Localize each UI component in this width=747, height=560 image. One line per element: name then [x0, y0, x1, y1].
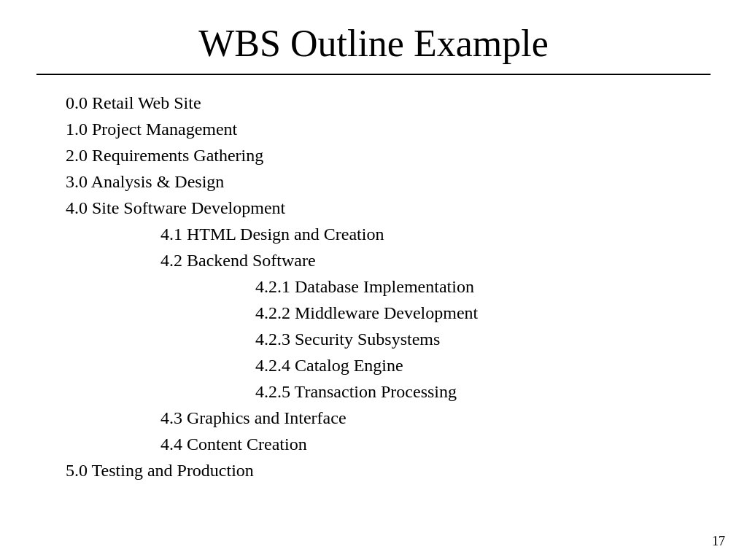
outline-item-3: 3.0 Analysis & Design [66, 168, 696, 195]
slide: WBS Outline Example 0.0 Retail Web Site1… [0, 0, 747, 560]
outline-item-6: 4.2 Backend Software [160, 247, 696, 273]
slide-title: WBS Outline Example [44, 22, 703, 65]
outline-item-10: 4.2.4 Catalog Engine [255, 352, 696, 378]
outline-item-11: 4.2.5 Transaction Processing [255, 378, 696, 405]
outline-item-8: 4.2.2 Middleware Development [255, 300, 696, 326]
outline-item-5: 4.1 HTML Design and Creation [160, 221, 696, 247]
outline-item-13: 4.4 Content Creation [160, 431, 696, 457]
outline-item-14: 5.0 Testing and Production [66, 457, 696, 483]
outline-item-12: 4.3 Graphics and Interface [160, 405, 696, 431]
outline-item-7: 4.2.1 Database Implementation [255, 273, 696, 300]
slide-content: 0.0 Retail Web Site1.0 Project Managemen… [0, 75, 747, 560]
outline-item-0: 0.0 Retail Web Site [66, 90, 696, 116]
outline-item-9: 4.2.3 Security Subsystems [255, 326, 696, 352]
slide-number: 17 [712, 534, 725, 549]
outline-item-2: 2.0 Requirements Gathering [66, 142, 696, 168]
slide-header: WBS Outline Example [0, 0, 747, 65]
outline-item-1: 1.0 Project Management [66, 116, 696, 142]
outline-item-4: 4.0 Site Software Development [66, 195, 696, 221]
